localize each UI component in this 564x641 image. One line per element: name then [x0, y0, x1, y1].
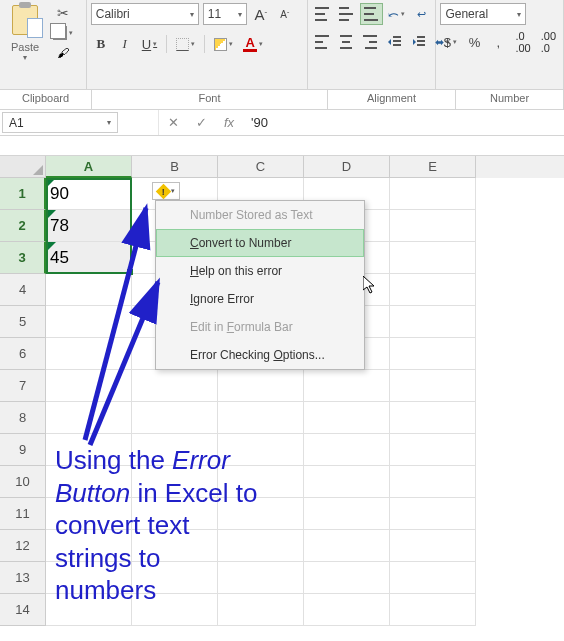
enter-button[interactable]: ✓ [187, 110, 215, 135]
underline-button[interactable]: U▾ [139, 33, 160, 55]
cell[interactable] [390, 370, 476, 402]
cell[interactable] [304, 402, 390, 434]
grow-font-button[interactable]: Aˆ [251, 3, 271, 25]
cell[interactable] [304, 562, 390, 594]
cell[interactable] [390, 498, 476, 530]
row-header[interactable]: 2 [0, 210, 46, 242]
row-header[interactable]: 11 [0, 498, 46, 530]
cell[interactable] [304, 530, 390, 562]
align-left-button[interactable] [312, 31, 332, 53]
cell[interactable] [218, 402, 304, 434]
group-font: Calibri ▾ 11 ▾ Aˆ Aˇ B I U▾ ▾ ▾ A [87, 0, 309, 89]
italic-button[interactable]: I [115, 33, 135, 55]
align-center-button[interactable] [336, 31, 356, 53]
column-header[interactable]: A [46, 156, 132, 178]
cell[interactable] [132, 402, 218, 434]
fill-color-button[interactable]: ▾ [211, 33, 236, 55]
cell[interactable] [304, 434, 390, 466]
cell[interactable] [46, 306, 132, 338]
font-color-button[interactable]: A ▾ [240, 33, 266, 55]
row-header[interactable]: 3 [0, 242, 46, 274]
menu-item-error-options[interactable]: Error Checking Options... [156, 341, 364, 369]
cell[interactable] [46, 402, 132, 434]
row-header[interactable]: 7 [0, 370, 46, 402]
cell[interactable] [218, 370, 304, 402]
menu-item-convert-to-number[interactable]: CConvert to Numberonvert to Number [156, 229, 364, 257]
row-header[interactable]: 6 [0, 338, 46, 370]
cell[interactable] [390, 402, 476, 434]
fx-button[interactable]: fx [215, 110, 243, 135]
cell[interactable] [304, 370, 390, 402]
cell[interactable] [390, 530, 476, 562]
row-header[interactable]: 10 [0, 466, 46, 498]
cell[interactable] [46, 274, 132, 306]
cell[interactable] [390, 466, 476, 498]
cell[interactable] [304, 498, 390, 530]
formula-bar: A1 ▾ ✕ ✓ fx [0, 110, 564, 136]
select-all-corner[interactable] [0, 156, 46, 178]
decrease-indent-button[interactable] [384, 31, 404, 53]
cell[interactable] [132, 370, 218, 402]
orientation-button[interactable]: ⤺▾ [387, 3, 408, 25]
cell[interactable] [390, 338, 476, 370]
cell[interactable] [304, 466, 390, 498]
cell[interactable] [390, 242, 476, 274]
copy-button[interactable]: ▾ [52, 24, 74, 42]
row-header[interactable]: 9 [0, 434, 46, 466]
bold-button[interactable]: B [91, 33, 111, 55]
error-smarttag-button[interactable]: ▾ [152, 182, 180, 200]
align-bottom-button[interactable] [360, 3, 382, 25]
increase-decimal-button[interactable]: .0.00 [512, 31, 533, 53]
shrink-font-button[interactable]: Aˇ [275, 3, 295, 25]
column-header[interactable]: B [132, 156, 218, 178]
column-header[interactable]: C [218, 156, 304, 178]
column-header[interactable]: E [390, 156, 476, 178]
cell[interactable] [390, 178, 476, 210]
dialog-launcher-icon[interactable] [316, 98, 324, 106]
row-header[interactable]: 5 [0, 306, 46, 338]
row-header[interactable]: 13 [0, 562, 46, 594]
cell[interactable] [390, 434, 476, 466]
dialog-launcher-icon[interactable] [444, 98, 452, 106]
cut-button[interactable] [52, 4, 74, 22]
cell[interactable] [390, 274, 476, 306]
row-header[interactable]: 4 [0, 274, 46, 306]
cell[interactable]: 78 [46, 210, 132, 242]
align-middle-button[interactable] [336, 3, 356, 25]
menu-item-help[interactable]: Help on this error [156, 257, 364, 285]
dialog-launcher-icon[interactable] [80, 98, 88, 106]
increase-indent-button[interactable] [408, 31, 428, 53]
borders-button[interactable]: ▾ [173, 33, 198, 55]
column-header[interactable]: D [304, 156, 390, 178]
percent-button[interactable]: % [464, 31, 484, 53]
dialog-launcher-icon[interactable] [552, 98, 560, 106]
cell[interactable] [390, 594, 476, 626]
format-painter-button[interactable] [52, 44, 74, 62]
cell[interactable] [304, 594, 390, 626]
decrease-decimal-button[interactable]: .00.0 [538, 31, 559, 53]
paste-button[interactable]: Paste ▾ [4, 3, 46, 62]
cell[interactable] [390, 306, 476, 338]
align-top-button[interactable] [312, 3, 332, 25]
menu-item-ignore[interactable]: Ignore Error [156, 285, 364, 313]
cell[interactable] [390, 562, 476, 594]
cell[interactable] [390, 210, 476, 242]
currency-button[interactable]: $▾ [440, 31, 460, 53]
number-format-combo[interactable]: General ▾ [440, 3, 526, 25]
row-header[interactable]: 12 [0, 530, 46, 562]
cell[interactable]: 45 [46, 242, 132, 274]
comma-button[interactable]: , [488, 31, 508, 53]
name-box[interactable]: A1 ▾ [2, 112, 118, 133]
row-header[interactable]: 8 [0, 402, 46, 434]
formula-input[interactable] [243, 110, 564, 135]
row-header[interactable]: 14 [0, 594, 46, 626]
cell[interactable]: 90 [46, 178, 132, 210]
wrap-text-button[interactable]: ↩ [411, 3, 431, 25]
row-header[interactable]: 1 [0, 178, 46, 210]
cancel-button[interactable]: ✕ [159, 110, 187, 135]
font-size-combo[interactable]: 11 ▾ [203, 3, 247, 25]
cell[interactable] [46, 370, 132, 402]
font-name-combo[interactable]: Calibri ▾ [91, 3, 199, 25]
align-right-button[interactable] [360, 31, 380, 53]
cell[interactable] [46, 338, 132, 370]
